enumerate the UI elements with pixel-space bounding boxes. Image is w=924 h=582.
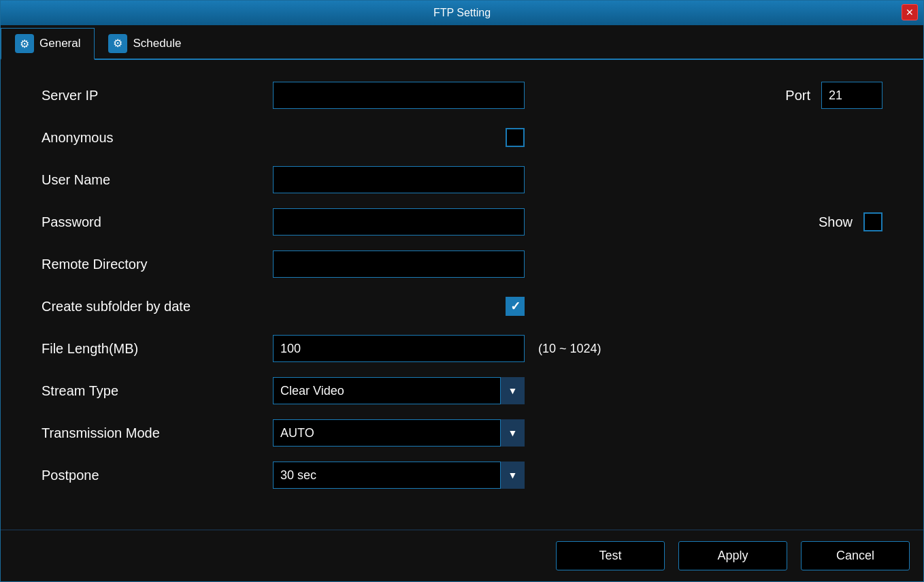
show-label: Show xyxy=(819,214,853,230)
anonymous-label: Anonymous xyxy=(42,130,273,146)
dialog-title: FTP Setting xyxy=(433,7,491,19)
schedule-tab-icon: ⚙ xyxy=(108,34,127,53)
port-group: Port xyxy=(785,82,882,109)
show-group: Show xyxy=(819,212,882,231)
remote-directory-label: Remote Directory xyxy=(42,257,273,272)
tab-schedule[interactable]: ⚙ Schedule xyxy=(95,28,195,59)
apply-button[interactable]: Apply xyxy=(678,541,787,570)
password-label: Password xyxy=(42,214,273,230)
server-ip-row: Server IP Port xyxy=(42,80,882,110)
postpone-select[interactable]: 30 sec 60 sec 120 sec xyxy=(273,462,525,489)
server-ip-input[interactable] xyxy=(273,82,525,109)
postpone-label: Postpone xyxy=(42,468,273,483)
transmission-mode-row: Transmission Mode AUTO PASV PORT ▼ xyxy=(42,418,882,448)
stream-type-select[interactable]: Clear Video Sub Stream xyxy=(273,377,525,404)
tabs-container: ⚙ General ⚙ Schedule xyxy=(1,25,923,60)
schedule-tab-label: Schedule xyxy=(133,37,181,50)
general-tab-icon: ⚙ xyxy=(15,34,34,53)
password-row: Password Show xyxy=(42,207,882,237)
transmission-mode-wrapper: AUTO PASV PORT ▼ xyxy=(273,419,525,447)
file-length-row: File Length(MB) (10 ~ 1024) xyxy=(42,334,882,363)
username-row: User Name xyxy=(42,165,882,195)
port-label: Port xyxy=(785,88,810,103)
username-input[interactable] xyxy=(273,166,525,193)
remote-directory-row: Remote Directory xyxy=(42,249,882,279)
stream-type-label: Stream Type xyxy=(42,383,273,399)
transmission-mode-select[interactable]: AUTO PASV PORT xyxy=(273,419,525,447)
file-length-label: File Length(MB) xyxy=(42,341,273,357)
password-input[interactable] xyxy=(273,208,525,236)
postpone-wrapper: 30 sec 60 sec 120 sec ▼ xyxy=(273,462,525,489)
anonymous-checkbox[interactable] xyxy=(506,128,525,147)
title-bar: FTP Setting ✕ xyxy=(1,1,923,25)
transmission-mode-label: Transmission Mode xyxy=(42,425,273,441)
create-subfolder-checkbox[interactable] xyxy=(506,297,525,316)
create-subfolder-row: Create subfolder by date xyxy=(42,291,882,321)
username-label: User Name xyxy=(42,172,273,188)
form-content: Server IP Port Anonymous User Name Passw… xyxy=(1,60,923,530)
show-password-checkbox[interactable] xyxy=(863,212,882,231)
file-length-input[interactable] xyxy=(273,335,525,362)
stream-type-row: Stream Type Clear Video Sub Stream ▼ xyxy=(42,376,882,406)
port-input[interactable] xyxy=(821,82,882,109)
close-button[interactable]: ✕ xyxy=(902,4,918,20)
footer: Test Apply Cancel xyxy=(1,530,923,581)
tab-general[interactable]: ⚙ General xyxy=(1,28,95,60)
remote-directory-input[interactable] xyxy=(273,250,525,278)
general-tab-label: General xyxy=(39,37,80,50)
cancel-button[interactable]: Cancel xyxy=(801,541,910,570)
test-button[interactable]: Test xyxy=(556,541,665,570)
server-ip-label: Server IP xyxy=(42,88,273,103)
stream-type-wrapper: Clear Video Sub Stream ▼ xyxy=(273,377,525,404)
create-subfolder-label: Create subfolder by date xyxy=(42,299,273,314)
ftp-setting-dialog: FTP Setting ✕ ⚙ General ⚙ Schedule Serve… xyxy=(0,0,924,582)
anonymous-row: Anonymous xyxy=(42,123,882,152)
postpone-row: Postpone 30 sec 60 sec 120 sec ▼ xyxy=(42,460,882,490)
file-length-range: (10 ~ 1024) xyxy=(538,342,601,356)
